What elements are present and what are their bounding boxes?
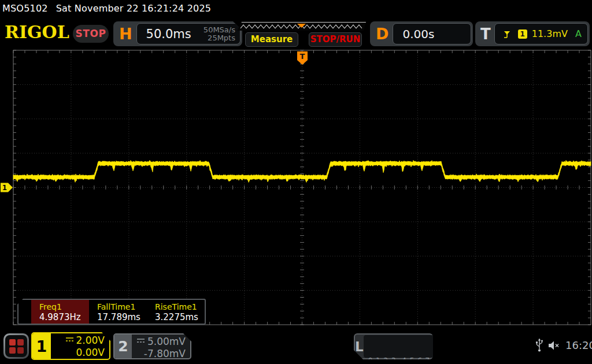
channel-2-box[interactable]: 2 5.00mV -7.80mV [113,333,191,359]
oscilloscope-screen: MSO5102Sat November 22 16:21:24 2025 RIG… [0,0,592,364]
channel-1-scale: 2.00V [51,335,105,347]
graticule [13,50,591,325]
channel-2-scale: 5.00mV [132,336,186,348]
logic-channels-box[interactable]: L 0 1 2 3 4 5 6 7 8 9 1011 12131415 [354,333,433,359]
channel-1-ground-label: 1 [2,184,7,192]
clock: 16:20 [565,339,592,351]
dc-coupling-icon [136,337,145,344]
menu-button[interactable] [3,333,29,359]
measurement-falltime1[interactable]: FallTime1 17.789ms [89,300,147,324]
sound-muted-icon [548,340,561,351]
channel-2-offset: -7.80mV [132,348,186,359]
measurement-panel[interactable]: Freq1 4.9873Hz FallTime1 17.789ms RiseTi… [17,299,206,325]
usb-icon [535,338,543,352]
channel-1-badge: 1 [32,333,51,359]
channel-2-badge: 2 [114,335,132,358]
menu-grid-icon [5,335,27,357]
channel-1-offset: 0.00V [51,347,105,359]
measurement-risetime1[interactable]: RiseTime1 3.2275ms [147,300,205,324]
dc-coupling-icon [65,336,74,343]
measurement-panel-spacer [18,300,31,324]
channel-1-box[interactable]: 1 2.00V 0.00V [31,332,110,360]
trigger-position-label: T [300,52,305,61]
measurement-freq1[interactable]: Freq1 4.9873Hz [31,300,89,324]
